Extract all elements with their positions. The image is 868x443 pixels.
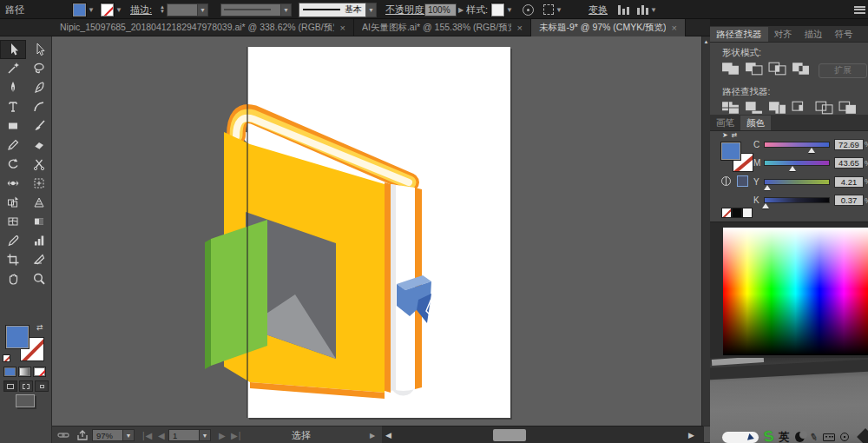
document-tab[interactable]: AI矢量图标.ai* @ 155.38% (RGB/预览)× <box>354 19 531 36</box>
width-tool[interactable] <box>0 174 26 193</box>
artboard-navigation-select[interactable]: 1 ▼ <box>168 426 211 443</box>
unite-icon[interactable] <box>721 62 740 79</box>
eyedropper-tool[interactable] <box>0 231 26 250</box>
door-edge[interactable] <box>205 239 211 369</box>
transform-link[interactable]: 变换 <box>589 0 608 19</box>
artboard-tool[interactable] <box>0 250 26 269</box>
black-swatch[interactable] <box>732 208 742 218</box>
pen-tool[interactable] <box>0 78 26 97</box>
scissors-tool[interactable] <box>26 155 52 174</box>
expand-button[interactable]: 扩展 <box>819 63 867 78</box>
chevron-down-icon[interactable]: ▼ <box>123 429 135 441</box>
selection-tool[interactable] <box>0 40 26 59</box>
door-panel[interactable] <box>211 220 267 366</box>
graph-tool[interactable] <box>26 231 52 250</box>
style-swatch-icon[interactable] <box>491 3 504 17</box>
opacity-value[interactable]: 100% ▶ <box>424 0 464 19</box>
canvas[interactable] <box>52 36 701 426</box>
rotate-tool[interactable] <box>0 155 26 174</box>
slider-thumb[interactable] <box>789 166 796 171</box>
scroll-right-icon[interactable]: ▶ <box>688 426 694 443</box>
ink-pen-tool[interactable] <box>26 78 52 97</box>
draw-normal-button[interactable] <box>3 380 17 392</box>
panel-tab-路径查找器[interactable]: 路径查找器 <box>710 27 768 42</box>
M-slider[interactable] <box>764 160 830 166</box>
artboard-number-value[interactable]: 1 <box>168 429 200 441</box>
fore-edge-left-trim[interactable] <box>385 182 391 393</box>
export-icon[interactable] <box>76 426 89 443</box>
white-swatch[interactable] <box>742 208 753 218</box>
panel-tab-描边[interactable]: 描边 <box>799 27 829 42</box>
recolor-artwork-button[interactable] <box>523 0 534 19</box>
fill-swatch-icon[interactable] <box>73 3 86 17</box>
draw-behind-button[interactable] <box>19 380 33 392</box>
panel-tab-符号[interactable]: 符号 <box>829 27 859 42</box>
slider-thumb[interactable] <box>762 203 769 208</box>
chevron-down-icon[interactable]: ▼ <box>506 6 513 14</box>
vertical-scrollbar[interactable]: ▲ <box>701 36 710 426</box>
next-artboard-icon[interactable]: ▶ <box>219 426 227 443</box>
sogou-logo-icon[interactable]: S <box>763 427 775 443</box>
panel-tab-对齐[interactable]: 对齐 <box>768 27 799 42</box>
screen-mode-button[interactable] <box>16 394 35 407</box>
slice-tool[interactable] <box>26 250 52 269</box>
gradient-button[interactable] <box>18 367 31 377</box>
magic-wand-tool[interactable] <box>0 59 26 78</box>
ime-settings-icon[interactable] <box>840 433 849 441</box>
status-expand-icon[interactable]: ▶ <box>370 426 375 443</box>
gradient-tool[interactable] <box>26 212 52 231</box>
K-slider[interactable] <box>764 197 830 203</box>
soft-keyboard-icon[interactable] <box>823 433 835 441</box>
minus-front-icon[interactable] <box>745 62 763 79</box>
stepper-arrows-icon[interactable]: ▲▼ <box>160 5 165 14</box>
hand-tool[interactable] <box>0 269 26 288</box>
draw-inside-button[interactable] <box>35 380 49 392</box>
ime-status-pill[interactable] <box>722 432 759 443</box>
eraser-tool[interactable] <box>26 136 52 155</box>
perspective-grid-tool[interactable] <box>26 193 52 212</box>
scrollbar-thumb[interactable] <box>493 429 526 441</box>
horizontal-scrollbar[interactable]: ◀ ▶ <box>382 426 703 443</box>
swap-icon[interactable]: ⇄ <box>732 131 741 139</box>
web-color-icon[interactable] <box>721 176 731 186</box>
zoom-tool[interactable] <box>26 269 52 288</box>
close-icon[interactable]: × <box>340 23 345 33</box>
dock-collapse-button[interactable] <box>854 0 865 19</box>
stroke-color-swatch[interactable]: ▼ <box>101 0 122 19</box>
pencil-tool[interactable] <box>0 136 26 155</box>
panel-tab-画笔[interactable]: 画笔 <box>710 116 740 130</box>
moon-icon[interactable] <box>795 432 805 442</box>
Y-slider[interactable] <box>764 179 830 185</box>
fill-proxy-swatch[interactable] <box>5 325 30 349</box>
chevron-down-icon[interactable]: ▼ <box>115 6 122 14</box>
last-artboard-icon[interactable]: ▶| <box>231 426 241 443</box>
zoom-level-value[interactable]: 97% <box>92 429 123 441</box>
brush-preview-field[interactable]: 基本 <box>299 3 366 17</box>
select-similar-button[interactable]: ▼ <box>543 0 562 19</box>
handwriting-icon[interactable]: ✎ <box>808 431 819 443</box>
K-value-field[interactable]: 0.37 <box>834 195 864 206</box>
chevron-down-icon[interactable]: ▼ <box>281 3 292 17</box>
document-tab[interactable]: Nipic_15097685_20180412182947978039.ai* … <box>52 19 354 36</box>
chevron-right-icon[interactable]: ▶ <box>458 6 464 14</box>
zoom-level-select[interactable]: 97% ▼ <box>92 426 135 443</box>
opacity-link[interactable]: 不透明度: <box>385 0 426 19</box>
intersect-icon[interactable] <box>768 62 786 79</box>
arc-tool[interactable] <box>26 97 52 116</box>
C-slider[interactable] <box>764 142 830 148</box>
stroke-link[interactable]: 描边: <box>130 0 152 19</box>
lasso-tool[interactable] <box>26 59 52 78</box>
chevron-down-icon[interactable]: ▼ <box>366 3 377 17</box>
scroll-left-icon[interactable]: ◀ <box>385 426 391 443</box>
panel-tab-颜色[interactable]: 颜色 <box>740 116 771 130</box>
prev-artboard-icon[interactable]: ◀ <box>158 426 166 443</box>
none-button[interactable] <box>33 367 46 377</box>
stroke-weight-field[interactable] <box>167 3 198 17</box>
swap-fill-stroke-icon[interactable]: ⇄ <box>36 323 43 332</box>
mesh-tool[interactable] <box>0 212 26 231</box>
chevron-down-icon[interactable]: ▼ <box>650 6 657 14</box>
fill-stroke-proxy[interactable]: ⇄ <box>0 323 52 363</box>
stroke-none-icon[interactable] <box>101 3 114 17</box>
shape-builder-tool[interactable] <box>0 193 26 212</box>
close-icon[interactable]: × <box>672 23 677 33</box>
